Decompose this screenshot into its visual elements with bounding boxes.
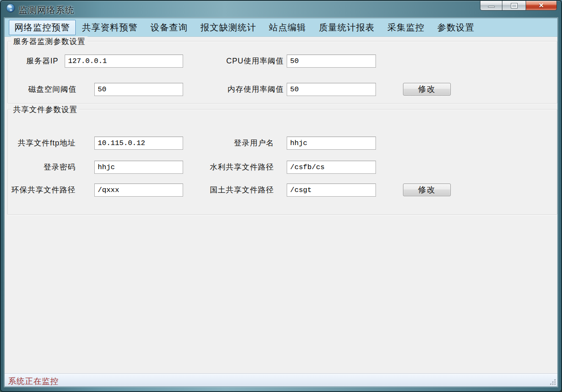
land-share-path-label: 国土共享文件路径 xyxy=(189,184,274,197)
tab-site-edit[interactable]: 站点编辑 xyxy=(263,20,313,35)
env-share-path-label: 环保共享文件路径 xyxy=(5,184,76,197)
ftp-address-input[interactable] xyxy=(94,137,183,150)
maximize-button[interactable] xyxy=(502,1,526,11)
username-input[interactable] xyxy=(287,137,376,150)
memory-threshold-input[interactable] xyxy=(287,83,376,96)
username-label: 登录用户名 xyxy=(189,137,274,150)
tab-page-network-monitor: 服务器监测参数设置 服务器IP CPU使用率阈值 磁盘空间阈值 内存使用率阈值 … xyxy=(5,37,557,374)
app-window: 监测网络系统 ✕ 网络监控预警 共享资料预警 设备查询 报文缺测统计 站点编辑 … xyxy=(0,0,562,392)
server-params-legend: 服务器监测参数设置 xyxy=(11,36,88,47)
disk-threshold-input[interactable] xyxy=(94,83,183,96)
close-button[interactable]: ✕ xyxy=(526,1,557,11)
water-share-path-label: 水利共享文件路径 xyxy=(189,161,274,174)
status-bar: 系统正在监控 xyxy=(5,374,557,387)
password-input[interactable] xyxy=(94,161,183,174)
close-icon: ✕ xyxy=(539,2,544,9)
status-message: 系统正在监控 xyxy=(8,376,59,387)
disk-threshold-label: 磁盘空间阈值 xyxy=(5,83,77,96)
server-ip-input[interactable] xyxy=(65,55,183,68)
tab-bar: 网络监控预警 共享资料预警 设备查询 报文缺测统计 站点编辑 质量统计报表 采集… xyxy=(5,18,557,37)
tab-parameter-settings[interactable]: 参数设置 xyxy=(431,20,481,35)
env-share-path-input[interactable] xyxy=(94,184,183,197)
tab-collection-monitor[interactable]: 采集监控 xyxy=(381,20,431,35)
server-ip-label: 服务器IP xyxy=(5,55,58,68)
cpu-threshold-label: CPU使用率阈值 xyxy=(199,55,284,68)
window-title: 监测网络系统 xyxy=(19,4,74,16)
tab-missing-report-stats[interactable]: 报文缺测统计 xyxy=(194,20,263,35)
minimize-button[interactable] xyxy=(480,1,502,11)
tab-network-monitor-alert[interactable]: 网络监控预警 xyxy=(9,20,76,35)
tab-device-query[interactable]: 设备查询 xyxy=(144,20,194,35)
share-modify-button[interactable]: 修改 xyxy=(403,184,451,196)
tab-shared-data-alert[interactable]: 共享资料预警 xyxy=(76,20,144,35)
memory-threshold-label: 内存使用率阈值 xyxy=(199,83,284,96)
land-share-path-input[interactable] xyxy=(287,184,376,197)
caption-buttons: ✕ xyxy=(480,1,557,11)
server-modify-button[interactable]: 修改 xyxy=(403,83,451,96)
resize-grip-icon[interactable] xyxy=(550,379,556,385)
share-params-legend: 共享文件参数设置 xyxy=(11,104,80,115)
ftp-address-label: 共享文件ftp地址 xyxy=(5,137,76,150)
water-share-path-input[interactable] xyxy=(287,161,376,174)
titlebar: 监测网络系统 ✕ xyxy=(1,1,561,18)
globe-icon xyxy=(6,3,15,13)
maximize-icon xyxy=(511,3,517,8)
tab-quality-report[interactable]: 质量统计报表 xyxy=(313,20,381,35)
client-area: 网络监控预警 共享资料预警 设备查询 报文缺测统计 站点编辑 质量统计报表 采集… xyxy=(4,18,558,387)
cpu-threshold-input[interactable] xyxy=(287,55,376,68)
password-label: 登录密码 xyxy=(5,161,76,174)
share-params-groupbox: 共享文件参数设置 xyxy=(7,109,557,215)
minimize-icon xyxy=(488,6,495,8)
